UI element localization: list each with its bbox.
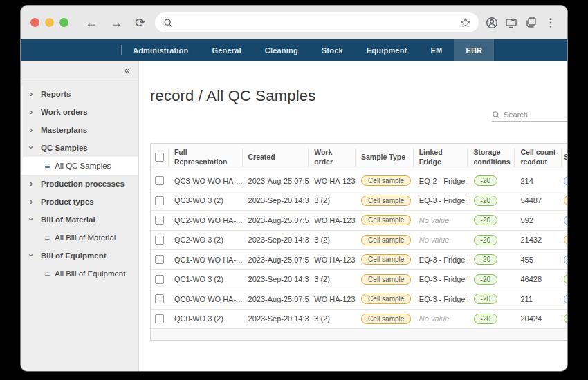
sidebar-item-label: Bill of Material — [41, 216, 95, 224]
work-order-link[interactable]: 3 (2) — [314, 236, 330, 244]
nav-tab[interactable]: Administration — [121, 39, 200, 61]
search-icon — [162, 17, 174, 29]
chevron-icon — [30, 214, 41, 225]
full-representation-link[interactable]: QC2-WO 3 (2) — [174, 236, 223, 244]
linked-fridge-link[interactable]: No value — [419, 314, 449, 323]
cell-count-value: 21432 — [520, 236, 542, 244]
sidebar-item[interactable]: ≡ Product types — [21, 193, 138, 211]
column-header[interactable]: Work order — [309, 149, 356, 167]
browser-menu-icon[interactable]: ⋮ — [544, 16, 558, 29]
sidebar-item[interactable]: ≡ Bill of Equipment — [21, 247, 138, 265]
chevron-icon — [30, 142, 41, 153]
nav-tab[interactable]: EM — [419, 39, 454, 61]
storage-conditions-badge: -20 — [474, 175, 497, 186]
nav-tab-label: Stock — [322, 46, 343, 55]
sample-type-badge: Cell sample — [361, 175, 411, 186]
close-window-button[interactable] — [30, 18, 39, 27]
row-checkbox[interactable] — [155, 216, 164, 225]
table-row: QC2-WO 3 (2) 2023-Sep-20 14:39 3 (2) Cel… — [151, 231, 567, 251]
sidebar-item[interactable]: ≡ Bill of Material — [21, 211, 138, 229]
list-icon: ≡ — [44, 233, 50, 243]
work-order-link[interactable]: 3 (2) — [314, 275, 330, 283]
reload-icon[interactable]: ⟳ — [132, 17, 148, 29]
sidebar-item[interactable]: ≡ Reports — [21, 85, 138, 103]
column-header[interactable]: Storage conditions — [468, 149, 515, 167]
nav-tab[interactable]: General — [200, 39, 252, 61]
linked-fridge-link[interactable]: EQ-2 - Fridge 1.. — [419, 177, 468, 185]
linked-fridge-link[interactable]: EQ-3 - Fridge 2.. — [419, 256, 468, 264]
maximize-window-button[interactable] — [59, 18, 68, 27]
sidebar-scrollbar[interactable] — [21, 86, 23, 172]
address-bar[interactable] — [155, 12, 479, 32]
sidebar-item[interactable]: ≡ All QC Samples — [21, 157, 138, 175]
linked-fridge-link[interactable]: EQ-3 - Fridge 2.. — [419, 295, 468, 303]
work-order-link[interactable]: 3 (2) — [314, 314, 330, 323]
row-checkbox[interactable] — [155, 255, 164, 264]
column-header[interactable]: S — [562, 149, 567, 167]
row-checkbox[interactable] — [155, 176, 164, 185]
nav-tab[interactable]: Cleaning — [253, 39, 310, 61]
full-representation-link[interactable]: QC1-WO WO HA-... — [174, 256, 242, 264]
full-representation-link[interactable]: QC0-WO WO HA-... — [174, 295, 242, 303]
storage-conditions-badge: -20 — [474, 215, 497, 225]
nav-tab-label: Administration — [133, 46, 188, 55]
full-representation-link[interactable]: QC2-WO WO HA-... — [174, 216, 242, 225]
list-icon: ≡ — [44, 161, 50, 171]
column-header[interactable]: Sample Type — [356, 149, 414, 167]
row-checkbox[interactable] — [155, 314, 164, 323]
tabs-icon[interactable] — [524, 17, 537, 29]
sidebar-item[interactable]: ≡ All Bill of Equipment — [21, 265, 138, 283]
work-order-link[interactable]: WO HA-123 — [314, 216, 355, 225]
nav-tab[interactable]: Equipment — [355, 39, 419, 61]
forward-icon[interactable]: → — [107, 17, 125, 29]
column-header[interactable]: Linked Fridge — [414, 149, 468, 167]
full-representation-link[interactable]: QC0-WO 3 (2) — [174, 314, 223, 323]
back-icon[interactable]: ← — [82, 17, 100, 29]
status-badge — [564, 196, 567, 205]
row-checkbox[interactable] — [155, 275, 164, 284]
linked-fridge-link[interactable]: EQ-3 - Fridge 2.. — [419, 275, 468, 283]
qc-samples-table: Full Representation Created Work order S… — [150, 143, 567, 341]
sidebar-collapse-row: « — [21, 61, 138, 79]
minimize-window-button[interactable] — [45, 18, 54, 27]
full-representation-link[interactable]: QC1-WO 3 (2) — [174, 275, 223, 283]
work-order-link[interactable]: WO HA-123 — [314, 295, 355, 303]
sidebar-item-label: Reports — [41, 90, 71, 98]
search-input[interactable] — [504, 111, 567, 119]
sidebar-item[interactable]: ≡ All Bill of Material — [21, 229, 138, 247]
status-badge — [564, 216, 567, 225]
table-row: QC0-WO 3 (2) 2023-Sep-20 14:39 3 (2) Cel… — [151, 310, 567, 330]
nav-tab[interactable]: Stock — [310, 39, 355, 61]
full-representation-link[interactable]: QC3-WO WO HA-... — [174, 177, 242, 185]
status-badge — [564, 294, 567, 304]
sidebar-item-label: QC Samples — [41, 144, 88, 152]
sidebar-item[interactable]: ≡ QC Samples — [21, 139, 138, 157]
work-order-link[interactable]: WO HA-123 — [314, 256, 355, 264]
column-header[interactable]: Created — [243, 149, 309, 167]
sidebar-item[interactable]: ≡ Work orders — [21, 103, 138, 121]
column-header[interactable]: Cell count readout — [515, 149, 562, 167]
sidebar-item-label: All Bill of Material — [55, 234, 116, 242]
app-navbar: Administration General Cleaning Stock Eq… — [21, 39, 567, 61]
work-order-link[interactable]: WO HA-123 — [314, 177, 355, 185]
linked-fridge-link[interactable]: EQ-3 - Fridge 2.. — [419, 196, 468, 205]
cast-download-icon[interactable] — [505, 17, 517, 29]
linked-fridge-link[interactable]: No value — [419, 236, 449, 244]
sidebar-item[interactable]: ≡ Masterplans — [21, 121, 138, 139]
row-checkbox[interactable] — [155, 294, 164, 303]
column-header[interactable]: Full Representation — [169, 149, 243, 167]
row-checkbox[interactable] — [155, 196, 164, 205]
created-value: 2023-Aug-25 07:51 — [248, 256, 309, 264]
linked-fridge-link[interactable]: No value — [419, 216, 449, 225]
full-representation-link[interactable]: QC3-WO 3 (2) — [174, 196, 223, 205]
sidebar: « ≡ Reports ≡ Work orders ≡ Masterplans — [21, 61, 139, 371]
profile-icon[interactable] — [486, 17, 498, 29]
nav-tab[interactable]: EBR — [454, 39, 494, 61]
work-order-link[interactable]: 3 (2) — [314, 196, 330, 205]
table-row: QC0-WO WO HA-... 2023-Aug-25 07:51 WO HA… — [151, 289, 567, 310]
row-checkbox[interactable] — [155, 236, 164, 245]
select-all-checkbox[interactable] — [155, 153, 164, 162]
bookmark-star-icon[interactable] — [459, 17, 472, 29]
sidebar-item[interactable]: ≡ Production processes — [21, 175, 138, 193]
collapse-sidebar-icon[interactable]: « — [125, 65, 129, 75]
